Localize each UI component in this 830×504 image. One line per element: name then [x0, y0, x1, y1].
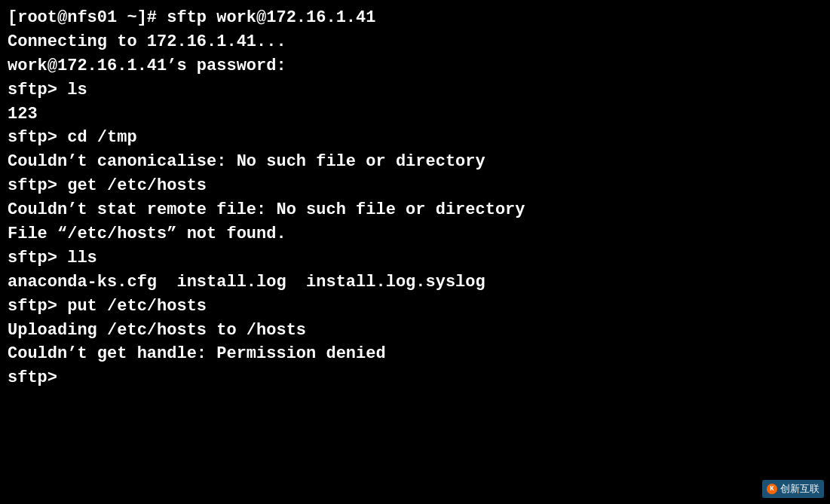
terminal-line: sftp>	[8, 366, 822, 390]
watermark-badge: K 创新互联	[762, 480, 824, 498]
terminal-line: sftp> get /etc/hosts	[8, 174, 822, 198]
terminal-line: 123	[8, 102, 822, 127]
terminal-line: sftp> lls	[8, 246, 822, 270]
terminal-line: sftp> cd /tmp	[8, 126, 822, 150]
terminal-line: anaconda-ks.cfg install.log install.log.…	[8, 270, 822, 295]
watermark-icon: K	[767, 484, 777, 494]
terminal-line: sftp> put /etc/hosts	[8, 295, 822, 319]
terminal-line: work@172.16.1.41’s password:	[8, 54, 822, 78]
terminal-line: Uploading /etc/hosts to /hosts	[8, 319, 822, 343]
terminal-output: [root@nfs01 ~]# sftp work@172.16.1.41Con…	[8, 6, 822, 390]
watermark-text: 创新互联	[780, 482, 819, 496]
terminal-line: File “/etc/hosts” not found.	[8, 222, 822, 246]
terminal-line: sftp> ls	[8, 78, 822, 102]
terminal-line: Connecting to 172.16.1.41...	[8, 30, 822, 54]
terminal-line: [root@nfs01 ~]# sftp work@172.16.1.41	[8, 6, 822, 30]
terminal-line: Couldn’t canonicalise: No such file or d…	[8, 150, 822, 174]
terminal-window: [root@nfs01 ~]# sftp work@172.16.1.41Con…	[0, 0, 830, 504]
terminal-line: Couldn’t get handle: Permission denied	[8, 342, 822, 366]
terminal-line: Couldn’t stat remote file: No such file …	[8, 198, 822, 222]
